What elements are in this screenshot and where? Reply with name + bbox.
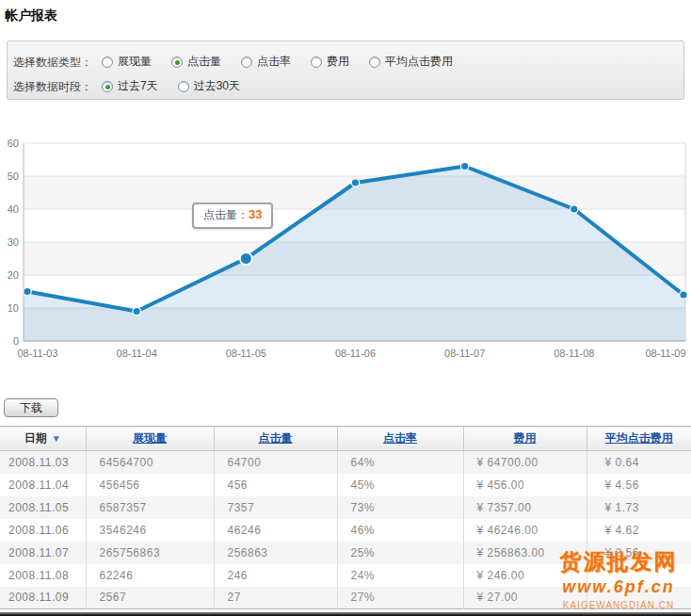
cell-1-3: 45% <box>337 474 463 496</box>
radio-label: 过去7天 <box>118 78 158 94</box>
cell-6-2: 27 <box>214 587 337 609</box>
cell-4-5: ¥ 2.56 <box>587 542 691 564</box>
data-period-option-1[interactable]: 过去30天 <box>178 78 240 94</box>
tooltip-value: 33 <box>249 207 262 221</box>
data-period-filter-row: 选择数据时段： 过去7天过去30天 <box>13 74 683 99</box>
cell-1-2: 456 <box>214 474 337 496</box>
column-sort-link-1[interactable]: 展现量 <box>133 431 167 445</box>
cell-4-3: 25% <box>337 542 463 564</box>
data-type-option-2[interactable]: 点击率 <box>241 54 291 70</box>
data-point-08-11-04[interactable] <box>133 307 140 315</box>
table-row-2008.11.06: 2008.11.0635462464624646%¥ 46246.00¥ 4.6… <box>0 519 691 542</box>
y-axis-tick: 20 <box>8 269 19 281</box>
column-sort-link-2[interactable]: 点击量 <box>259 431 293 445</box>
y-axis-tick: 50 <box>8 170 19 182</box>
data-type-label: 选择数据类型： <box>13 55 92 71</box>
cell-6-4: ¥ 27.00 <box>463 587 587 609</box>
data-point-08-11-03[interactable] <box>24 287 31 295</box>
column-header-2: 点击量 <box>214 427 337 451</box>
cell-3-1: 3546246 <box>86 519 214 542</box>
cell-1-5: ¥ 4.56 <box>587 474 691 496</box>
cell-5-1: 62246 <box>86 564 214 587</box>
cell-0-2: 64700 <box>214 451 337 474</box>
radio-selected-icon[interactable] <box>102 81 113 92</box>
y-axis-tick: 0 <box>13 335 19 347</box>
radio-icon[interactable] <box>102 57 113 68</box>
data-type-option-0[interactable]: 展现量 <box>102 54 152 70</box>
cell-6-3: 27% <box>337 587 463 609</box>
y-axis-tick: 30 <box>8 236 19 248</box>
date-column-label: 日期 <box>24 431 47 445</box>
cell-0-3: 64% <box>337 451 463 474</box>
radio-label: 展现量 <box>118 54 152 70</box>
data-point-08-11-08[interactable] <box>570 205 578 213</box>
cell-3-0: 2008.11.06 <box>0 519 86 542</box>
radio-label: 点击率 <box>257 54 291 70</box>
column-sort-link-5[interactable]: 平均点击费用 <box>605 431 673 445</box>
cell-2-1: 6587357 <box>86 496 214 519</box>
cell-4-0: 2008.11.07 <box>0 542 86 564</box>
download-button[interactable]: 下载 <box>4 398 58 417</box>
report-table: 日期▼展现量点击量点击率费用平均点击费用 2008.11.03645647006… <box>0 426 691 609</box>
radio-icon[interactable] <box>178 81 189 92</box>
data-type-filter-row: 选择数据类型： 展现量点击量点击率费用平均点击费用 <box>13 50 683 74</box>
column-header-3: 点击率 <box>337 427 463 451</box>
radio-icon[interactable] <box>241 57 252 68</box>
x-axis-tick: 08-11-09 <box>645 348 685 359</box>
x-axis-tick: 08-11-08 <box>554 348 594 359</box>
column-header-4: 费用 <box>463 427 587 451</box>
radio-selected-icon[interactable] <box>171 57 183 68</box>
x-axis-tick: 08-11-04 <box>117 348 157 359</box>
account-report-page: 帐户报表 选择数据类型： 展现量点击量点击率费用平均点击费用 选择数据时段： 过… <box>0 0 691 616</box>
cell-0-5: ¥ 0.64 <box>587 451 691 474</box>
radio-icon[interactable] <box>369 57 380 68</box>
column-header-0: 日期▼ <box>0 427 86 451</box>
data-point-08-11-05[interactable] <box>240 252 252 265</box>
chart-canvas: 010203040506008-11-0308-11-0408-11-0508-… <box>0 132 691 363</box>
y-axis-tick: 60 <box>8 138 19 149</box>
cell-2-0: 2008.11.05 <box>0 496 86 519</box>
chart-tooltip: 点击量：33 <box>192 203 273 229</box>
data-period-options: 过去7天过去30天 <box>102 78 260 95</box>
cell-3-4: ¥ 46246.00 <box>463 519 587 542</box>
table-row-2008.11.09: 2008.11.0925672727%¥ 27.00 <box>0 587 691 609</box>
column-header-1: 展现量 <box>86 427 214 451</box>
filter-panel: 选择数据类型： 展现量点击量点击率费用平均点击费用 选择数据时段： 过去7天过去… <box>7 41 684 100</box>
table-row-2008.11.04: 2008.11.0445645645645%¥ 456.00¥ 4.56 <box>0 474 691 496</box>
data-point-08-11-07[interactable] <box>460 162 468 170</box>
cell-5-4: ¥ 246.00 <box>463 564 587 587</box>
bottom-edge-bar <box>0 612 691 616</box>
table-row-2008.11.07: 2008.11.0726575686325686325%¥ 256863.00¥… <box>0 542 691 564</box>
cell-2-5: ¥ 1.73 <box>587 496 691 519</box>
cell-2-2: 7357 <box>214 496 337 519</box>
data-type-option-3[interactable]: 费用 <box>311 54 349 70</box>
data-type-option-4[interactable]: 平均点击费用 <box>369 54 453 70</box>
cell-2-3: 73% <box>337 496 463 519</box>
page-title: 帐户报表 <box>5 8 57 24</box>
cell-4-2: 256863 <box>214 542 337 564</box>
data-point-08-11-09[interactable] <box>680 291 687 299</box>
sort-descending-icon[interactable]: ▼ <box>52 433 61 444</box>
data-period-option-0[interactable]: 过去7天 <box>102 78 158 94</box>
data-period-label: 选择数据时段： <box>13 79 92 95</box>
cell-6-5 <box>587 587 691 609</box>
radio-icon[interactable] <box>311 57 322 68</box>
cell-6-1: 2567 <box>86 587 214 609</box>
cell-1-1: 456456 <box>86 474 214 496</box>
table-row-2008.11.08: 2008.11.086224624624%¥ 246.00 <box>0 564 691 587</box>
radio-label: 过去30天 <box>194 78 240 94</box>
data-type-options: 展现量点击量点击率费用平均点击费用 <box>102 54 473 71</box>
cell-3-3: 46% <box>337 519 463 542</box>
column-sort-link-4[interactable]: 费用 <box>514 431 537 445</box>
y-axis-tick: 40 <box>8 203 19 215</box>
column-sort-link-3[interactable]: 点击率 <box>383 431 417 445</box>
data-type-option-1[interactable]: 点击量 <box>171 54 221 70</box>
radio-label: 点击量 <box>187 54 221 70</box>
cell-4-4: ¥ 256863.00 <box>463 542 587 564</box>
cell-3-2: 46246 <box>214 519 337 542</box>
column-header-5: 平均点击费用 <box>587 427 691 451</box>
cell-0-0: 2008.11.03 <box>0 451 86 474</box>
cell-3-5: ¥ 4.62 <box>587 519 691 542</box>
data-point-08-11-06[interactable] <box>351 179 359 186</box>
cell-1-0: 2008.11.04 <box>0 474 86 496</box>
